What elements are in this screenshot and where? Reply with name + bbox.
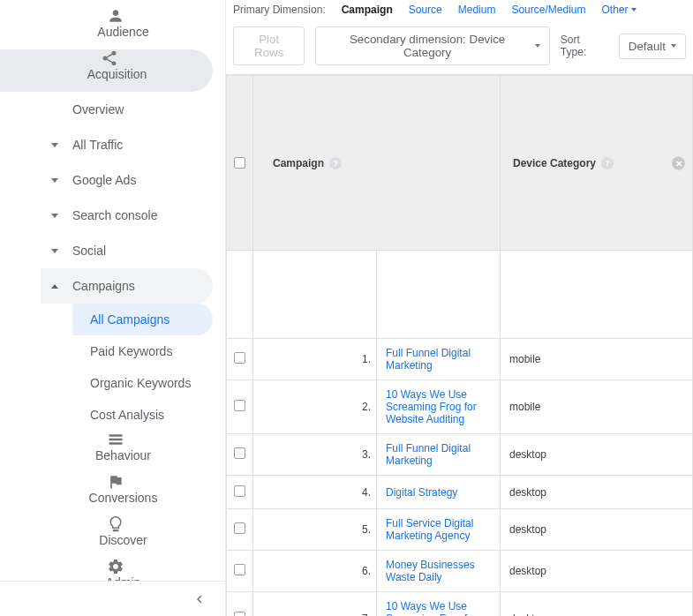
campaign-link[interactable]: Full Funnel Digital Marketing [386,442,471,467]
th-device-category[interactable]: Device Category ? ✕ [501,76,693,251]
nav-audience[interactable]: Audience [0,7,225,49]
list-icon [105,431,126,448]
nav-google-ads[interactable]: Google Ads [41,162,225,198]
nav-discover[interactable]: Discover [0,515,225,558]
row-checkbox[interactable] [234,485,245,497]
campaign-link[interactable]: 10 Ways We Use Screaming Frog for Websit… [386,600,477,616]
chevron-down-icon [51,178,58,183]
controls-row: Plot Rows Secondary dimension: Device Ca… [226,23,693,74]
nav-cost-analysis[interactable]: Cost Analysis [72,399,225,431]
nav: Audience Acquisition Overview All Traffi… [0,0,225,581]
chevron-down-icon [51,249,58,253]
dim-source[interactable]: Source [409,4,442,16]
nav-conversions[interactable]: Conversions [0,473,225,515]
device-category-cell: desktop [501,476,693,509]
main-content: Primary Dimension: Campaign Source Mediu… [226,0,693,616]
nav-label: Organic Keywords [90,376,191,390]
nav-overview[interactable]: Overview [41,92,225,127]
remove-column-button[interactable]: ✕ [672,156,685,169]
sort-type-label: Sort Type: [561,34,608,58]
plot-rows-button[interactable]: Plot Rows [233,26,305,65]
nav-social[interactable]: Social [41,233,225,268]
chevron-left-icon [192,591,207,607]
campaign-link[interactable]: 10 Ways We Use Screaming Frog for Websit… [386,388,477,425]
nav-label: Discover [99,533,147,547]
secondary-dimension-button[interactable]: Secondary dimension: Device Category [315,26,550,65]
nav-paid-keywords[interactable]: Paid Keywords [72,335,225,367]
primary-dimension-label: Primary Dimension: [233,4,326,16]
data-table-wrapper: Campaign ? Device Category ? ✕ [226,74,693,616]
device-category-cell: desktop [501,509,693,551]
row-checkbox[interactable] [234,564,245,575]
th-checkbox [227,76,253,251]
collapse-sidebar-button[interactable] [0,581,225,616]
device-category-cell: desktop [501,592,693,617]
help-icon[interactable]: ? [329,157,342,169]
campaign-link[interactable]: Digital Strategy [386,486,457,499]
nav-label: Paid Keywords [90,344,172,358]
sort-type-button[interactable]: Default [619,34,686,59]
dim-medium[interactable]: Medium [458,4,496,16]
nav-label: Cost Analysis [90,408,164,422]
dim-campaign[interactable]: Campaign [342,4,393,16]
nav-all-traffic[interactable]: All Traffic [41,127,225,162]
table-row: 3.Full Funnel Digital Marketingdesktop [227,434,693,476]
nav-acquisition[interactable]: Acquisition [0,49,213,92]
table-row: 7.10 Ways We Use Screaming Frog for Webs… [227,592,693,617]
nav-search-console[interactable]: Search console [41,198,225,233]
device-category-cell: desktop [501,551,693,592]
gear-icon [105,558,126,575]
row-index: 2. [253,380,377,434]
row-index: 3. [253,434,377,476]
primary-dimension-row: Primary Dimension: Campaign Source Mediu… [226,0,693,23]
chevron-up-icon [51,284,58,289]
nav-all-campaigns[interactable]: All Campaigns [72,304,213,335]
nav-label: All Campaigns [90,312,169,327]
campaign-link[interactable]: Full Service Digital Marketing Agency [386,517,473,542]
nav-label: Search console [72,208,158,222]
data-table: Campaign ? Device Category ? ✕ [226,75,693,616]
table-row: 4.Digital Strategydesktop [227,476,693,509]
device-category-cell: mobile [501,380,693,434]
campaign-link[interactable]: Money Businesses Waste Daily [386,559,475,583]
campaign-link[interactable]: Full Funnel Digital Marketing [386,347,471,372]
th-campaign[interactable]: Campaign ? [253,76,501,251]
th-campaign-label: Campaign [273,157,324,169]
device-category-cell: desktop [501,434,693,476]
secondary-dimension-label: Secondary dimension: Device Category [325,33,530,59]
row-checkbox[interactable] [234,447,245,459]
sort-type-value: Default [629,40,666,53]
chevron-down-icon [631,8,637,11]
device-category-cell: mobile [501,339,693,380]
dim-source-medium[interactable]: Source/Medium [511,4,585,16]
nav-campaigns[interactable]: Campaigns [41,268,213,304]
nav-behaviour[interactable]: Behaviour [0,431,225,473]
row-index: 4. [253,476,377,509]
nav-organic-keywords[interactable]: Organic Keywords [72,367,225,399]
flag-icon [105,473,126,491]
help-icon[interactable]: ? [601,157,614,169]
chevron-down-icon [535,44,540,48]
select-all-checkbox[interactable] [234,157,245,169]
row-checkbox[interactable] [234,352,245,364]
table-row: 1.Full Funnel Digital Marketingmobile [227,339,693,380]
row-checkbox[interactable] [234,612,245,616]
nav-label: Campaigns [72,279,135,293]
lightbulb-icon [105,515,126,533]
nav-label: Social [72,244,106,258]
nav-label: All Traffic [72,138,123,152]
row-index: 7. [253,592,377,617]
nav-label: Audience [97,25,148,39]
row-checkbox[interactable] [234,400,245,411]
nav-admin[interactable]: Admin [0,558,225,581]
dim-other[interactable]: Other [601,4,636,16]
table-row: 2.10 Ways We Use Screaming Frog for Webs… [227,380,693,434]
sidebar: Audience Acquisition Overview All Traffi… [0,0,226,616]
table-row: 6.Money Businesses Waste Dailydesktop [227,551,693,592]
nav-label: Behaviour [95,448,151,462]
acq-submenu: Overview All Traffic Google Ads Search c… [0,92,225,304]
person-icon [105,7,126,25]
dim-other-label: Other [601,4,628,16]
nav-label: Overview [72,102,124,116]
row-checkbox[interactable] [234,522,245,534]
